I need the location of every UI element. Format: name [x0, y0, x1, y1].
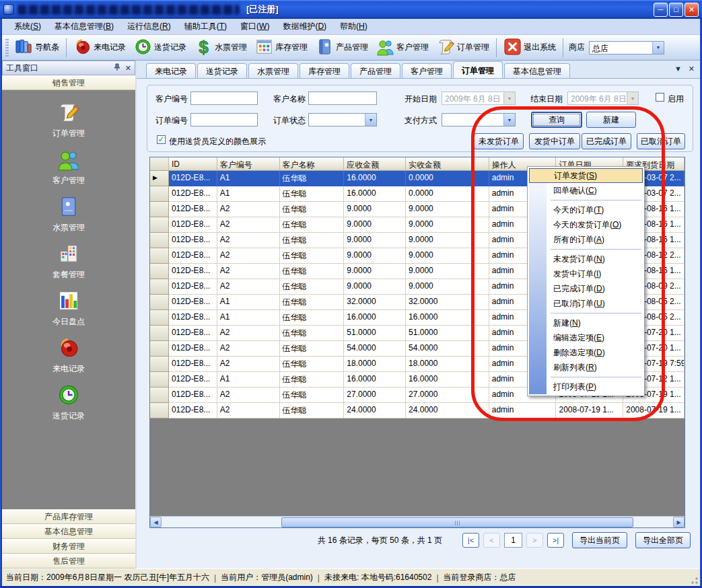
status-filter-button-2[interactable]: 发货中订单: [529, 133, 580, 149]
close-toolwindow-icon[interactable]: ✕: [125, 64, 131, 73]
last-page-button[interactable]: >|: [547, 533, 564, 548]
minimize-button[interactable]: ─: [654, 3, 668, 17]
row-selector-cell[interactable]: [150, 403, 169, 418]
shop-select[interactable]: 总店▼: [589, 41, 664, 54]
grid-column-header[interactable]: 客户编号: [217, 157, 280, 171]
query-button[interactable]: 查询: [531, 112, 582, 128]
scrollbar-thumb[interactable]: [281, 517, 633, 527]
context-menu-item-T[interactable]: 今天的订单(T): [529, 203, 643, 217]
order-status-select[interactable]: ▼: [308, 113, 377, 126]
sidebar-group-header[interactable]: 财务管理: [2, 539, 135, 554]
pin-icon[interactable]: [113, 63, 121, 73]
context-menu-item-E[interactable]: 编辑选定项(E): [529, 330, 643, 345]
sidebar-item-clock[interactable]: 送货记录: [52, 383, 85, 422]
tab-水票管理[interactable]: 水票管理: [248, 63, 298, 78]
enable-date-checkbox[interactable]: [656, 93, 664, 102]
sidebar-item-chart[interactable]: 今日盘点: [52, 289, 85, 328]
customer-name-input[interactable]: [308, 91, 377, 105]
row-selector-cell[interactable]: [150, 357, 169, 372]
context-menu-item-U[interactable]: 已取消订单(U): [529, 296, 643, 311]
context-menu-item-D[interactable]: 已完成订单(D): [529, 281, 643, 296]
toolbar-books-button[interactable]: 导航条: [11, 36, 63, 60]
context-menu-item-P[interactable]: 打印列表(P): [529, 379, 643, 394]
prev-page-button[interactable]: <: [483, 533, 500, 548]
table-row[interactable]: 012D-E8...A2伍华聪24.000024.0000admin2008-0…: [150, 403, 685, 418]
tab-来电记录[interactable]: 来电记录: [146, 63, 196, 78]
menu-R[interactable]: 运行信息(R): [120, 19, 178, 34]
order-no-input[interactable]: [190, 113, 258, 126]
row-selector-cell[interactable]: [150, 326, 169, 341]
sidebar-group-header[interactable]: 售后管理: [2, 554, 135, 568]
toolbar-grip[interactable]: [5, 39, 9, 57]
tab-库存管理[interactable]: 库存管理: [300, 63, 349, 78]
sidebar-item-bell[interactable]: 来电记录: [52, 336, 85, 375]
scroll-right-arrow[interactable]: ▶: [673, 517, 685, 527]
row-selector-cell[interactable]: [150, 372, 169, 388]
horizontal-scrollbar[interactable]: ◀▶: [150, 516, 685, 527]
sidebar-item-people[interactable]: 客户管理: [52, 148, 85, 186]
context-menu-item-R[interactable]: 刷新列表(R): [529, 360, 643, 375]
maximize-button[interactable]: □: [669, 3, 683, 17]
toolbar-clock-button[interactable]: 送货记录: [130, 36, 190, 60]
context-menu-item-C[interactable]: 回单确认(C): [529, 183, 643, 198]
tab-list-chevron-down-icon[interactable]: ▼: [674, 65, 682, 73]
row-selector-cell[interactable]: [150, 264, 169, 279]
tab-送货记录[interactable]: 送货记录: [197, 63, 247, 78]
context-menu-item-D[interactable]: 删除选定项(D): [529, 345, 643, 360]
grid-column-header[interactable]: 应收金额: [344, 157, 406, 171]
menu-D[interactable]: 数据维护(D): [276, 19, 333, 34]
menu-S[interactable]: 系统(S): [7, 19, 48, 34]
toolbar-people-button[interactable]: 客户管理: [372, 36, 433, 60]
row-selector-cell[interactable]: [150, 279, 169, 295]
tab-close-icon[interactable]: ✕: [689, 65, 695, 73]
tab-订单管理[interactable]: 订单管理: [453, 61, 503, 78]
row-selector-cell[interactable]: [150, 310, 169, 326]
context-menu-item-N[interactable]: 新建(N): [529, 316, 643, 330]
tab-基本信息管理[interactable]: 基本信息管理: [504, 63, 570, 78]
sidebar-group-header[interactable]: 产品库存管理: [2, 509, 135, 524]
toolbar-product-button[interactable]: 产品管理: [312, 36, 372, 60]
toolbar-order-button[interactable]: 订单管理: [433, 36, 493, 60]
row-selector-cell[interactable]: ▶: [150, 171, 169, 186]
row-selector-cell[interactable]: [150, 233, 169, 248]
sidebar-group-sales[interactable]: 销售管理: [2, 75, 135, 90]
first-page-button[interactable]: |<: [462, 533, 479, 548]
row-selector-cell[interactable]: [150, 341, 169, 357]
tab-产品管理[interactable]: 产品管理: [351, 63, 400, 78]
status-filter-button-3[interactable]: 已完成订单: [582, 133, 631, 149]
status-filter-button-4[interactable]: 已取消订单: [637, 133, 685, 149]
sidebar-item-order[interactable]: 订单管理: [52, 101, 85, 139]
export-all-pages-button[interactable]: 导出全部页: [635, 532, 691, 548]
export-current-page-button[interactable]: 导出当前页: [572, 532, 627, 548]
sidebar-item-card[interactable]: 水票管理: [52, 195, 85, 233]
grid-column-header[interactable]: 客户名称: [280, 157, 345, 171]
grid-column-header[interactable]: 实收金额: [406, 157, 489, 171]
context-menu-item-N[interactable]: 未发货订单(N): [529, 252, 643, 266]
row-selector-cell[interactable]: [150, 202, 169, 217]
pay-method-select[interactable]: ▼: [442, 113, 516, 126]
customer-no-input[interactable]: [190, 91, 258, 105]
toolbar-calendar-button[interactable]: 库存管理: [251, 36, 312, 60]
end-date-picker[interactable]: 2009年 6月 8日▼: [567, 91, 639, 105]
grid-column-header[interactable]: ID: [169, 157, 217, 171]
page-number-input[interactable]: [504, 533, 522, 548]
color-display-checkbox[interactable]: ✓: [157, 135, 166, 144]
menu-H[interactable]: 帮助(H): [333, 19, 374, 34]
sidebar-group-header[interactable]: 基本信息管理: [2, 524, 135, 539]
scroll-left-arrow[interactable]: ◀: [150, 517, 162, 527]
resize-grip[interactable]: [691, 577, 699, 585]
context-menu-item-A[interactable]: 所有的订单(A): [529, 232, 643, 247]
sidebar-item-building[interactable]: 套餐管理: [52, 242, 85, 281]
row-selector-cell[interactable]: [150, 186, 169, 202]
menu-W[interactable]: 窗口(W): [234, 19, 276, 34]
start-date-picker[interactable]: 2009年 6月 8日▼: [442, 91, 516, 105]
menu-B[interactable]: 基本信息管理(B): [48, 19, 120, 34]
context-menu-item-I[interactable]: 发货中订单(I): [529, 266, 643, 281]
close-button[interactable]: ✕: [685, 3, 699, 17]
menu-T[interactable]: 辅助工具(T): [178, 19, 234, 34]
row-selector-cell[interactable]: [150, 388, 169, 403]
row-selector-cell[interactable]: [150, 295, 169, 310]
toolbar-bell-button[interactable]: 来电记录: [69, 36, 130, 60]
toolbar-exit-button[interactable]: 退出系统: [499, 36, 560, 60]
next-page-button[interactable]: >: [526, 533, 543, 548]
